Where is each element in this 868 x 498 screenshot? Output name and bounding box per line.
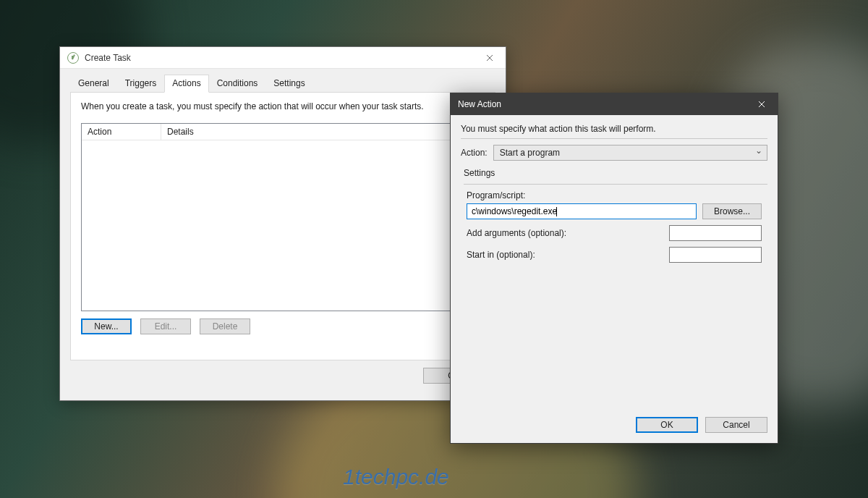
arguments-input[interactable] [669, 225, 762, 241]
tab-actions[interactable]: Actions [164, 75, 208, 93]
close-button[interactable] [473, 47, 506, 69]
program-input[interactable]: c\windows\regedit.exe [467, 203, 697, 219]
create-task-window: Create Task General Triggers Actions Con… [59, 46, 506, 401]
divider [461, 138, 767, 139]
start-in-input[interactable] [669, 247, 762, 263]
action-select[interactable]: Start a program [493, 145, 767, 161]
edit-button[interactable]: Edit... [140, 318, 191, 334]
settings-label: Settings [464, 168, 767, 178]
browse-button[interactable]: Browse... [702, 203, 762, 219]
arguments-label: Add arguments (optional): [467, 228, 669, 238]
tab-conditions[interactable]: Conditions [209, 75, 266, 93]
actions-description: When you create a task, you must specify… [81, 101, 485, 111]
actions-pane: When you create a task, you must specify… [70, 93, 495, 360]
scheduler-icon [67, 52, 79, 64]
program-label: Program/script: [467, 190, 767, 201]
action-label: Action: [461, 148, 488, 158]
delete-button[interactable]: Delete [200, 318, 250, 334]
col-details[interactable]: Details [161, 124, 484, 140]
tab-general[interactable]: General [70, 75, 117, 93]
program-value: c\windows\regedit.exe [472, 206, 557, 216]
action-select-value: Start a program [500, 148, 560, 158]
close-icon [486, 54, 493, 62]
ok-button[interactable]: OK [636, 417, 698, 433]
new-action-dialog: New Action You must specify what action … [450, 93, 778, 444]
new-action-hint: You must specify what action this task w… [461, 124, 767, 134]
create-task-title: Create Task [85, 53, 131, 63]
close-button[interactable] [745, 93, 778, 115]
close-icon [758, 101, 765, 108]
watermark: 1techpc.de [343, 465, 449, 489]
create-task-titlebar[interactable]: Create Task [60, 47, 506, 69]
text-caret [556, 207, 557, 216]
new-button[interactable]: New... [81, 318, 132, 334]
cancel-button[interactable]: Cancel [705, 417, 767, 433]
col-action[interactable]: Action [82, 124, 161, 140]
new-action-titlebar[interactable]: New Action [451, 93, 778, 115]
start-in-label: Start in (optional): [467, 250, 669, 260]
actions-list[interactable]: Action Details [81, 123, 485, 311]
new-action-title: New Action [458, 99, 501, 109]
divider [464, 184, 767, 185]
actions-list-header: Action Details [82, 124, 484, 140]
tab-settings[interactable]: Settings [265, 75, 312, 93]
tabs: General Triggers Actions Conditions Sett… [70, 69, 495, 93]
tab-triggers[interactable]: Triggers [117, 75, 165, 93]
